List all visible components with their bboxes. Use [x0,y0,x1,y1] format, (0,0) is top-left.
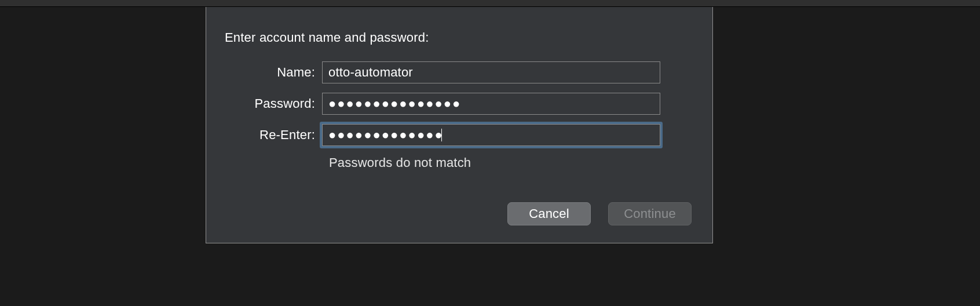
dialog-prompt: Enter account name and password: [225,30,682,45]
reenter-focus-wrap [322,124,660,146]
name-input[interactable] [322,61,660,83]
reenter-label: Re-Enter: [236,128,322,143]
row-password: Password: [236,93,682,115]
error-spacer [236,155,329,170]
dialog-button-bar: Cancel Continue [507,202,692,225]
reenter-input[interactable] [322,124,660,146]
name-label: Name: [236,65,322,80]
password-input[interactable] [322,93,660,115]
row-error: Passwords do not match [236,155,682,170]
window-titlebar-strip [0,0,980,7]
row-name: Name: [236,61,682,83]
continue-button: Continue [608,202,692,225]
password-label: Password: [236,96,322,111]
row-reenter: Re-Enter: [236,124,682,146]
credentials-dialog: Enter account name and password: Name: P… [206,7,713,243]
error-message: Passwords do not match [329,155,471,170]
cancel-button[interactable]: Cancel [507,202,591,225]
